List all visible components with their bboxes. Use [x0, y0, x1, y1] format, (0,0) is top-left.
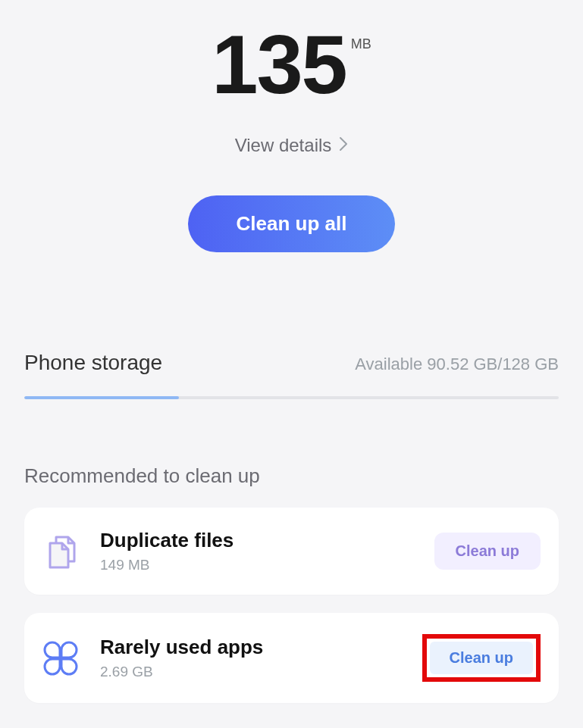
clean-up-button[interactable]: Clean up [434, 533, 541, 570]
apps-grid-icon [42, 640, 79, 676]
storage-header: Phone storage Available 90.52 GB/128 GB [0, 351, 583, 375]
card-size: 149 MB [100, 557, 434, 573]
storage-progress-fill [24, 396, 179, 399]
recommendation-card[interactable]: Duplicate files 149 MB Clean up [24, 508, 559, 595]
card-size: 2.69 GB [100, 664, 422, 680]
highlight-box: Clean up [422, 634, 541, 682]
trash-size-unit: MB [351, 36, 371, 52]
card-title: Duplicate files [100, 529, 434, 552]
view-details-label: View details [235, 135, 332, 156]
storage-available-text: Available 90.52 GB/128 GB [355, 355, 559, 374]
clean-up-all-button[interactable]: Clean up all [188, 195, 396, 252]
view-details-link[interactable]: View details [235, 135, 349, 156]
storage-title: Phone storage [24, 351, 162, 375]
trash-summary: 135 MB [212, 23, 371, 106]
storage-progress-bar [24, 396, 559, 399]
clean-up-button[interactable]: Clean up [430, 642, 533, 674]
recommended-title: Recommended to clean up [0, 464, 583, 488]
card-title: Rarely used apps [100, 636, 422, 659]
recommendation-card[interactable]: Rarely used apps 2.69 GB Clean up [24, 613, 559, 703]
duplicate-files-icon [42, 533, 79, 570]
trash-size-number: 135 [212, 23, 346, 106]
chevron-right-icon [339, 135, 348, 156]
